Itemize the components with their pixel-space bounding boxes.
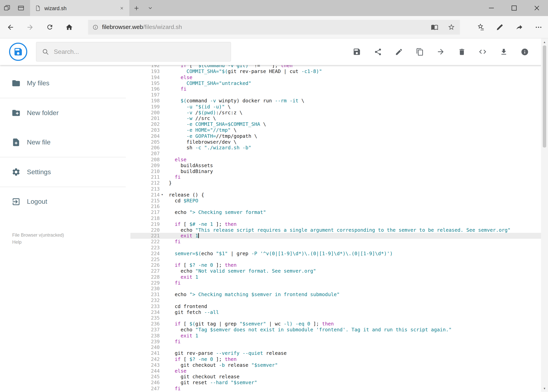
code-line[interactable]: 225 <box>130 256 548 262</box>
code-line[interactable]: 209 buildAssets <box>130 162 548 168</box>
code-line[interactable]: 200 -v /$(pwd):/src:z \ <box>130 110 548 115</box>
code-line[interactable]: 243 git checkout -b release "$semver" <box>130 362 548 368</box>
raw-view-button[interactable] <box>479 48 487 56</box>
code-line[interactable]: 218 <box>130 215 548 221</box>
code-line[interactable]: 240 <box>130 344 548 350</box>
code-editor[interactable]: 192 if [ "$(command -v git)" != "" ]; th… <box>130 65 548 392</box>
code-line[interactable]: 226 if [ $? -ne 0 ]; then <box>130 262 548 268</box>
minimize-button[interactable] <box>480 0 503 16</box>
new-tab-button[interactable] <box>129 0 143 16</box>
search-box[interactable] <box>36 42 231 62</box>
address-bar[interactable]: filebrowser.web/files/wizard.sh <box>88 20 460 35</box>
code-line[interactable]: 212} <box>130 180 548 186</box>
close-window-button[interactable] <box>525 0 548 16</box>
code-line[interactable]: 219 if [ $# -ne 1 ]; then <box>130 221 548 227</box>
code-line[interactable]: 210 buildBinary <box>130 168 548 174</box>
scroll-down-arrow-icon[interactable]: ▼ <box>541 385 548 392</box>
home-button[interactable] <box>62 19 77 35</box>
code-line[interactable]: 217 echo "> Checking semver format" <box>130 210 548 215</box>
code-line[interactable]: 208 else <box>130 157 548 162</box>
sidebar-item-logout[interactable]: Logout <box>0 187 130 217</box>
code-line[interactable]: 234 git fetch --all <box>130 309 548 315</box>
code-line[interactable]: 237 echo "Tag $semver does not exist in … <box>130 327 548 333</box>
code-line[interactable]: 236 if [ $(git tag | grep "$semver" | wc… <box>130 321 548 327</box>
code-line[interactable]: 202 -e COMMIT_SHA=$COMMIT_SHA \ <box>130 121 548 127</box>
download-button[interactable] <box>499 48 508 56</box>
share-button[interactable] <box>510 19 529 35</box>
tab-close-button[interactable] <box>118 5 125 12</box>
set-tabs-aside-button[interactable] <box>0 0 14 16</box>
fold-marker-icon[interactable]: ▾ <box>160 192 165 198</box>
code-line[interactable]: 198 $(command -v winpty) docker run --rm… <box>130 98 548 104</box>
code-line[interactable]: 241 git rev-parse --verify --quiet relea… <box>130 350 548 356</box>
code-line[interactable]: 201 -w //src \ <box>130 115 548 121</box>
code-line[interactable]: 213 <box>130 186 548 192</box>
rename-button[interactable] <box>395 48 403 56</box>
code-line[interactable]: 242 if [ $? -ne 0 ]; then <box>130 356 548 362</box>
code-line[interactable]: 192 if [ "$(command -v git)" != "" ]; th… <box>130 65 548 69</box>
code-line[interactable]: 211 fi <box>130 174 548 180</box>
info-button[interactable] <box>520 48 529 56</box>
delete-button[interactable] <box>458 48 466 56</box>
tab-preview-button[interactable] <box>14 0 28 16</box>
share-file-button[interactable] <box>374 48 382 56</box>
help-link[interactable]: Help <box>12 239 131 246</box>
refresh-button[interactable] <box>42 19 57 35</box>
code-line[interactable]: 239 fi <box>130 339 548 344</box>
code-line[interactable]: 196 fi <box>130 86 548 92</box>
site-info-icon[interactable] <box>92 24 99 30</box>
code-line[interactable]: 232 <box>130 297 548 303</box>
code-line[interactable]: 216 <box>130 203 548 210</box>
code-line[interactable]: 203 -e HOME="//tmp" \ <box>130 127 548 133</box>
code-line[interactable]: 244 else <box>130 368 548 374</box>
scroll-up-arrow-icon[interactable]: ▲ <box>541 38 548 45</box>
code-line[interactable]: 235 <box>130 315 548 321</box>
code-line[interactable]: 221 exit 1 <box>130 233 548 239</box>
page-scrollbar[interactable]: ▲ ▼ <box>541 38 548 392</box>
code-line[interactable]: 238 exit 1 <box>130 333 548 339</box>
scrollbar-thumb[interactable] <box>543 45 546 147</box>
code-line[interactable]: 230 <box>130 286 548 292</box>
reading-view-button[interactable] <box>431 23 438 31</box>
back-button[interactable] <box>3 19 18 35</box>
code-line[interactable]: 194 else <box>130 74 548 80</box>
code-line[interactable]: 223 <box>130 245 548 251</box>
code-line[interactable]: 206 sh -c "./wizard.sh -b" <box>130 145 548 151</box>
app-logo[interactable] <box>9 43 27 61</box>
settings-more-button[interactable] <box>529 19 548 35</box>
sidebar-item-my-files[interactable]: My files <box>0 69 130 98</box>
code-line[interactable]: 199 -u "$(id -u)" \ <box>130 104 548 110</box>
code-line[interactable]: 224 semver=$(echo "$1" | grep -P '^v(0|[… <box>130 251 548 256</box>
sidebar-item-new-folder[interactable]: New folder <box>0 98 130 128</box>
maximize-button[interactable] <box>503 0 525 16</box>
move-button[interactable] <box>437 48 445 56</box>
save-button[interactable] <box>353 48 361 56</box>
code-line[interactable]: 247 fi <box>130 385 548 392</box>
code-line[interactable]: 229 fi <box>130 280 548 286</box>
code-line[interactable]: 220 echo "This release script requires a… <box>130 227 548 233</box>
code-line[interactable]: 193 COMMIT_SHA="$(git rev-parse HEAD | c… <box>130 69 548 74</box>
code-line[interactable]: 204 -e GOPATH=//tmp/gopath \ <box>130 133 548 139</box>
code-line[interactable]: 246 git reset --hard "$semver" <box>130 380 548 385</box>
code-line[interactable]: 245 git checkout release <box>130 374 548 380</box>
browser-tab[interactable]: wizard.sh <box>30 0 129 16</box>
code-line[interactable]: 231 echo "> Checking matching $semver in… <box>130 292 548 297</box>
code-line[interactable]: 195 COMMIT_SHA="untracked" <box>130 80 548 86</box>
hub-button[interactable] <box>471 19 490 35</box>
web-note-button[interactable] <box>490 19 509 35</box>
sidebar-item-new-file[interactable]: New file <box>0 128 130 157</box>
code-line[interactable]: 205 filebrowser/dev \ <box>130 139 548 145</box>
copy-button[interactable] <box>416 48 424 56</box>
code-line[interactable]: 215 cd $REPO <box>130 198 548 203</box>
code-line[interactable]: 222 fi <box>130 239 548 245</box>
add-favorite-button[interactable] <box>447 23 455 31</box>
code-line[interactable]: 214▾release () { <box>130 192 548 198</box>
search-input[interactable] <box>54 48 225 56</box>
code-line[interactable]: 227 echo "Not valid semver format. See s… <box>130 268 548 274</box>
code-line[interactable]: 197 <box>130 92 548 98</box>
forward-button[interactable] <box>22 19 38 35</box>
code-line[interactable]: 207 <box>130 151 548 157</box>
show-tab-previews-button[interactable] <box>143 0 157 16</box>
code-line[interactable]: 228 exit 1 <box>130 274 548 280</box>
code-line[interactable]: 233 cd frontend <box>130 303 548 309</box>
